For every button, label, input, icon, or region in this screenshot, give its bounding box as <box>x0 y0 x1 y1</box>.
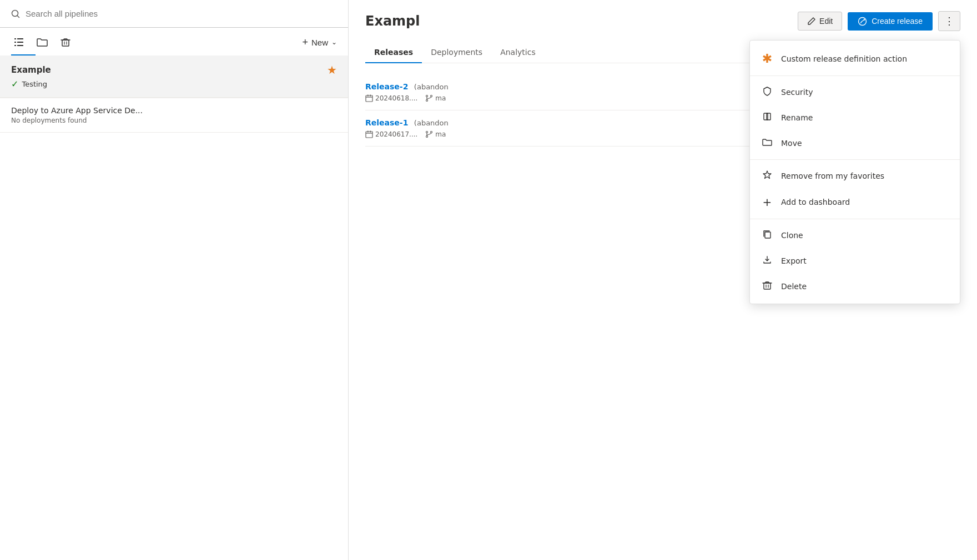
create-release-label: Create release <box>872 17 923 26</box>
menu-divider <box>750 219 960 219</box>
menu-item-remove-favorites[interactable]: Remove from my favorites <box>750 163 960 189</box>
release-date-item: 20240618.... <box>365 94 417 102</box>
clone-icon <box>761 229 773 241</box>
pipeline-item-subtitle: ✓ Testing <box>11 79 337 89</box>
release-branch-item: ma <box>425 94 446 102</box>
release-status-text: (abandon <box>414 83 449 91</box>
svg-rect-15 <box>767 113 770 120</box>
release-branch: ma <box>435 94 446 102</box>
svg-rect-6 <box>14 45 16 46</box>
menu-item-clone[interactable]: Clone <box>750 223 960 248</box>
list-item[interactable]: Deploy to Azure App Service De... No dep… <box>0 98 348 133</box>
menu-item-label: Delete <box>781 282 807 291</box>
dropdown-menu: ✱ Custom release definition action Secur… <box>749 40 960 304</box>
calendar-icon <box>365 130 373 138</box>
menu-item-move[interactable]: Move <box>750 130 960 156</box>
menu-item-label: Custom release definition action <box>781 54 907 63</box>
release-link[interactable]: Release-2 <box>365 82 408 91</box>
more-icon: ⋮ <box>944 16 954 27</box>
menu-item-export[interactable]: Export <box>750 248 960 274</box>
left-panel: + New ⌄ Example ★ ✓ Testing Deploy to Az… <box>0 0 349 560</box>
edit-button[interactable]: Edit <box>798 12 842 31</box>
svg-rect-24 <box>370 95 371 97</box>
tab-deployments[interactable]: Deployments <box>422 42 491 63</box>
create-release-button[interactable]: Create release <box>848 12 933 31</box>
list-icon-button[interactable] <box>11 34 27 50</box>
menu-item-security[interactable]: Security <box>750 79 960 105</box>
release-link[interactable]: Release-1 <box>365 118 408 127</box>
menu-item-label: Export <box>781 256 807 265</box>
svg-rect-23 <box>367 95 369 97</box>
other-pipeline-title: Deploy to Azure App Service De... <box>11 106 337 115</box>
release-icon <box>858 17 867 26</box>
svg-rect-21 <box>366 95 372 102</box>
menu-item-add-dashboard[interactable]: + Add to dashboard <box>750 189 960 215</box>
svg-point-27 <box>426 100 428 102</box>
branch-icon <box>425 94 433 102</box>
search-bar <box>0 0 348 28</box>
new-button[interactable]: + New ⌄ <box>302 37 337 48</box>
asterisk-icon: ✱ <box>761 52 773 65</box>
right-header: Exampl Edit Create release ⋮ <box>365 11 960 31</box>
delete-icon <box>761 280 773 292</box>
move-folder-icon <box>761 137 773 149</box>
svg-rect-2 <box>14 38 16 39</box>
rename-icon <box>761 112 773 124</box>
svg-point-26 <box>431 95 432 97</box>
menu-item-label: Clone <box>781 231 803 240</box>
shield-icon <box>761 86 773 98</box>
trash-icon-button[interactable] <box>58 34 73 50</box>
export-icon <box>761 255 773 267</box>
branch-icon <box>425 130 433 138</box>
pipeline-status-text: Testing <box>22 80 47 88</box>
menu-item-label: Security <box>781 88 813 97</box>
status-icon: ✓ <box>11 79 18 89</box>
svg-point-34 <box>426 136 428 138</box>
svg-rect-3 <box>17 38 23 39</box>
svg-rect-17 <box>764 283 770 289</box>
tab-analytics[interactable]: Analytics <box>491 42 545 63</box>
svg-rect-14 <box>764 113 768 120</box>
plus-icon: + <box>761 195 773 209</box>
menu-item-delete[interactable]: Delete <box>750 274 960 299</box>
svg-point-33 <box>431 132 432 133</box>
toolbar-icons <box>11 34 73 50</box>
release-date-item: 20240617.... <box>365 130 417 138</box>
menu-item-rename[interactable]: Rename <box>750 105 960 130</box>
list-icon <box>14 37 24 47</box>
release-status: (abandon <box>414 83 449 91</box>
menu-item-custom-action[interactable]: ✱ Custom release definition action <box>750 45 960 72</box>
svg-point-13 <box>864 19 865 21</box>
menu-item-label: Add to dashboard <box>781 198 850 206</box>
folder-icon <box>37 37 48 47</box>
trash-icon <box>61 37 70 47</box>
toolbar: + New ⌄ <box>0 28 348 50</box>
search-icon <box>11 9 20 18</box>
release-status-text: (abandon <box>414 119 449 127</box>
menu-item-label: Remove from my favorites <box>781 171 884 180</box>
svg-rect-28 <box>366 132 372 138</box>
svg-point-32 <box>426 132 428 133</box>
menu-item-label: Move <box>781 139 802 148</box>
right-panel: Exampl Edit Create release ⋮ <box>349 0 977 560</box>
svg-rect-16 <box>765 232 770 238</box>
pipeline-item-title: Example ★ <box>11 63 337 77</box>
svg-rect-8 <box>62 40 69 46</box>
release-date: 20240617.... <box>375 130 417 138</box>
folder-icon-button[interactable] <box>34 34 50 50</box>
svg-line-1 <box>17 16 19 18</box>
new-label: New <box>311 38 328 47</box>
header-buttons: Edit Create release ⋮ ✱ Custom release d… <box>798 11 960 31</box>
list-item[interactable]: Example ★ ✓ Testing <box>0 56 348 98</box>
more-options-button[interactable]: ⋮ <box>938 11 960 31</box>
edit-label: Edit <box>819 17 833 26</box>
release-status: (abandon <box>414 119 449 127</box>
calendar-icon <box>365 94 373 102</box>
other-pipeline-subtitle: No deployments found <box>11 117 337 124</box>
star-outline-icon <box>761 170 773 182</box>
svg-rect-31 <box>370 131 371 133</box>
new-chevron-icon: ⌄ <box>331 38 337 46</box>
search-input[interactable] <box>26 9 337 18</box>
menu-item-label: Rename <box>781 113 813 122</box>
tab-releases[interactable]: Releases <box>365 42 422 63</box>
